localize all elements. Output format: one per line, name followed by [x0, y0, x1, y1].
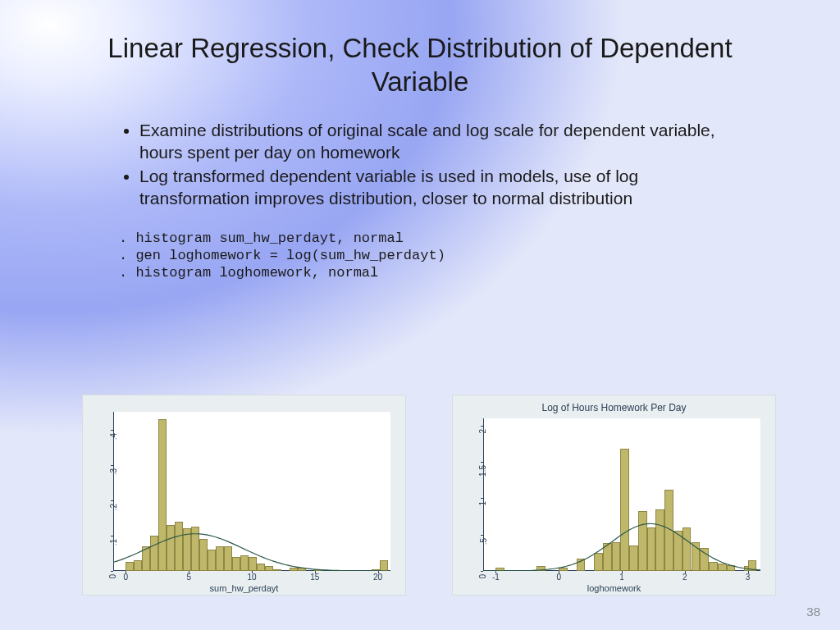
- y-tick-label: 0: [109, 571, 118, 579]
- histogram-bar: [647, 527, 656, 571]
- bullet-item: Log transformed dependent variable is us…: [139, 165, 742, 210]
- histogram-bar: [638, 511, 647, 571]
- histogram-bar: [158, 419, 167, 571]
- histogram-bar: [257, 564, 265, 571]
- histogram-bar: [191, 527, 199, 571]
- y-tick-label: .1: [109, 536, 118, 546]
- chart-title: [83, 395, 405, 405]
- histogram-bar: [682, 527, 692, 571]
- histogram-bar: [629, 546, 638, 571]
- histogram-bar: [577, 559, 586, 571]
- histogram-bar: [700, 548, 709, 571]
- bullet-item: Examine distributions of original scale …: [139, 119, 742, 164]
- y-tick-label: .5: [479, 535, 488, 545]
- code-block: . histogram sum_hw_perdayt, normal . gen…: [0, 212, 840, 282]
- histogram-bar: [224, 546, 232, 571]
- page-title: Linear Regression, Check Distribution of…: [0, 0, 840, 107]
- histogram-bar: [673, 531, 682, 571]
- histogram-bar: [380, 560, 388, 571]
- histogram-bar: [150, 536, 158, 571]
- histogram-bar: [240, 555, 249, 571]
- histogram-bar: [142, 546, 150, 571]
- bullet-list: Examine distributions of original scale …: [0, 107, 840, 210]
- plot-area: 0.1.2.3.405101520: [113, 412, 390, 571]
- histogram-bar: [183, 528, 191, 571]
- x-axis-label: loghomework: [587, 583, 641, 593]
- y-tick-label: .3: [109, 465, 118, 475]
- histogram-bar: [664, 490, 673, 571]
- histogram-bar: [273, 569, 281, 571]
- histogram-bar: [208, 550, 216, 571]
- histogram-bar: [290, 568, 298, 571]
- y-tick-label: 1: [479, 498, 488, 506]
- histogram-bar: [559, 568, 568, 571]
- y-tick-label: 1.5: [479, 462, 488, 477]
- histogram-bar: [594, 553, 603, 571]
- histogram-bar: [175, 522, 183, 571]
- histogram-bar: [216, 546, 224, 571]
- y-tick-label: 0: [479, 571, 488, 579]
- histogram-bar: [536, 566, 546, 571]
- histogram-log: Log of Hours Homework Per Day 0.511.52-1…: [452, 395, 776, 596]
- plot-area: 0.511.52-10123: [483, 418, 760, 571]
- histogram-bar: [372, 569, 380, 571]
- histogram-bar: [655, 509, 664, 571]
- histogram-bar: [718, 564, 727, 571]
- histogram-bar: [692, 542, 701, 571]
- histogram-bar: [199, 539, 208, 571]
- histogram-original: 0.1.2.3.405101520 sum_hw_perdayt: [82, 395, 406, 596]
- y-tick-label: .4: [109, 430, 118, 440]
- y-tick-label: .2: [109, 500, 118, 510]
- histogram-bar: [314, 569, 322, 571]
- x-axis-label: sum_hw_perdayt: [210, 583, 279, 593]
- histogram-bar: [603, 543, 612, 571]
- histogram-bar: [748, 560, 757, 571]
- histogram-bar: [249, 557, 257, 571]
- histogram-bar: [298, 568, 306, 571]
- histogram-bar: [620, 449, 629, 571]
- histogram-bar: [612, 542, 621, 571]
- charts-row: 0.1.2.3.405101520 sum_hw_perdayt Log of …: [82, 395, 791, 596]
- page-number: 38: [806, 605, 820, 619]
- y-tick-label: 2: [479, 426, 488, 434]
- histogram-bar: [167, 525, 175, 571]
- histogram-bar: [495, 568, 504, 571]
- histogram-bar: [709, 562, 718, 571]
- histogram-bar: [134, 560, 142, 571]
- histogram-bar: [727, 565, 736, 571]
- histogram-bar: [126, 562, 134, 571]
- chart-title: Log of Hours Homework Per Day: [453, 395, 775, 413]
- histogram-bar: [232, 557, 240, 571]
- histogram-bar: [265, 566, 273, 571]
